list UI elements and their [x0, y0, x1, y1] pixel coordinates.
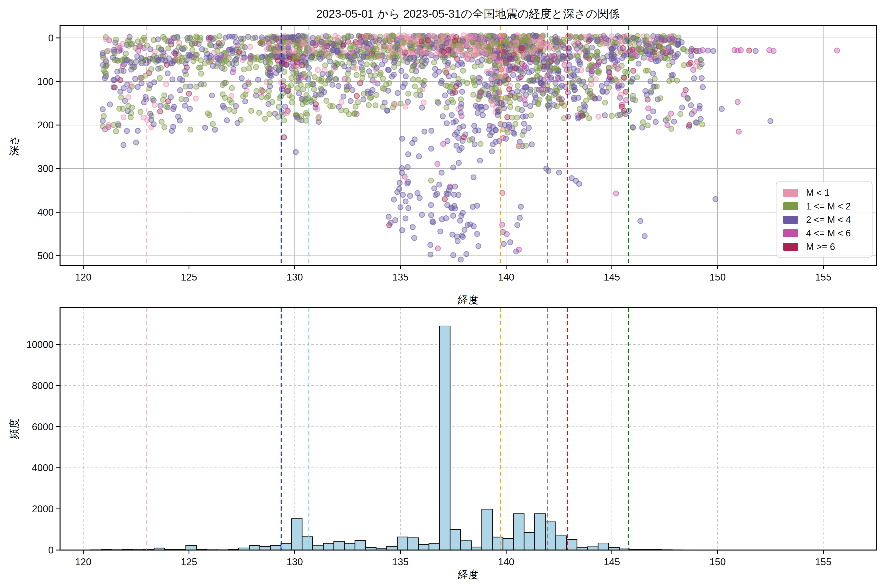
hist-bar	[281, 543, 291, 550]
tick-label: 130	[286, 272, 303, 282]
hist-bar	[249, 546, 260, 550]
tick-label: 0	[48, 33, 54, 44]
hist-bar	[460, 541, 471, 550]
hist-bar	[302, 537, 313, 550]
tick-label: 100	[37, 76, 54, 87]
tick-label: 130	[286, 556, 303, 567]
hist-bar	[556, 536, 567, 550]
hist-bar	[186, 546, 196, 550]
legend-label: 1 <= M < 2	[806, 201, 851, 212]
legend-label: M >= 6	[806, 242, 835, 252]
legend-label: M < 1	[806, 188, 830, 198]
earthquake-charts-canvas: 1201251301351401451501550100200300400500…	[0, 0, 882, 588]
tick-label: 125	[181, 556, 197, 567]
hist-bar	[492, 537, 503, 550]
hist-bar	[513, 514, 524, 550]
tick-label: 155	[815, 556, 831, 567]
hist-bar	[323, 543, 334, 550]
tick-label: 200	[37, 120, 54, 130]
tick-label: 140	[498, 556, 514, 567]
histogram-bars	[91, 326, 841, 550]
tick-label: 125	[181, 272, 197, 282]
tick-label: 150	[709, 272, 726, 282]
tick-label: 135	[392, 272, 409, 282]
hist-grid	[60, 308, 876, 550]
tick-label: 4000	[32, 462, 54, 473]
legend-swatch	[783, 216, 798, 224]
hist-bar	[503, 538, 513, 550]
tick-label: 145	[604, 556, 620, 567]
tick-label: 135	[392, 556, 409, 567]
tick-label: 6000	[32, 422, 54, 432]
hist-bar	[345, 543, 355, 550]
hist-bar	[545, 522, 556, 550]
tick-label: 150	[709, 556, 726, 567]
hist-bar	[260, 547, 270, 550]
scatter-points	[100, 33, 840, 262]
hist-bar	[334, 541, 345, 550]
hist-bar	[440, 326, 450, 550]
tick-label: 0	[48, 544, 54, 555]
legend-label: 4 <= M < 6	[806, 228, 851, 238]
tick-label: 10000	[27, 339, 54, 350]
tick-label: 140	[498, 272, 514, 282]
hist-bar	[450, 530, 460, 550]
hist-bar	[270, 545, 281, 550]
hist-bar	[408, 538, 418, 550]
hist-bar	[567, 540, 577, 550]
hist-bar	[524, 532, 535, 550]
hist-bar	[387, 547, 397, 550]
legend-label: 2 <= M < 4	[806, 214, 851, 225]
magnitude-legend: M < 11 <= M < 22 <= M < 44 <= M < 6M >= …	[776, 182, 872, 257]
tick-label: 120	[75, 272, 92, 282]
tick-label: 500	[37, 250, 54, 261]
tick-label: 155	[815, 272, 831, 282]
tick-label: 400	[37, 207, 54, 218]
hist-bar	[535, 514, 545, 550]
legend-swatch	[783, 230, 798, 237]
tick-label: 8000	[32, 380, 54, 391]
hist-bar	[313, 545, 323, 550]
tick-label: 300	[37, 163, 54, 174]
hist-bar	[355, 540, 366, 550]
hist-bar	[397, 537, 408, 550]
legend-swatch	[783, 243, 798, 250]
hist-bar	[482, 509, 492, 550]
hist-bar	[429, 543, 440, 550]
tick-label: 120	[75, 556, 92, 567]
legend-swatch	[783, 189, 798, 197]
tick-label: 2000	[32, 504, 54, 514]
hist-bar	[418, 544, 429, 550]
hist-bar	[291, 519, 302, 550]
legend-swatch	[783, 202, 798, 210]
hist-bar	[598, 543, 609, 550]
tick-label: 145	[604, 272, 620, 282]
